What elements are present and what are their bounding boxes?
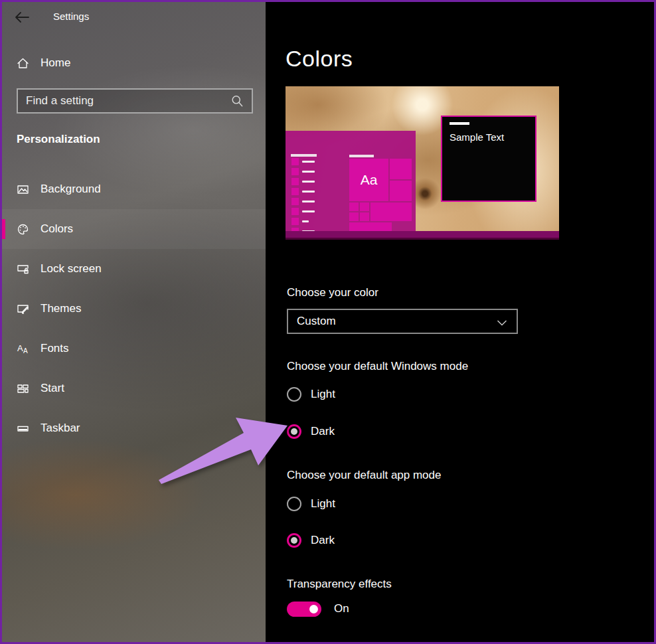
nav-label: Themes (41, 302, 81, 315)
sidebar: Settings Home Personalization Backgrou (2, 2, 266, 642)
back-arrow-icon (16, 13, 29, 22)
preview-dash (302, 181, 315, 183)
nav-label: Background (41, 183, 101, 196)
preview-dash (291, 154, 317, 157)
preview-tile (370, 202, 412, 221)
nav-label: Lock screen (41, 262, 102, 276)
start-icon (17, 382, 29, 395)
settings-window: Settings Home Personalization Backgrou (0, 0, 656, 644)
background-icon (17, 183, 29, 196)
app-mode-light[interactable]: Light (287, 494, 335, 514)
preview-sample-window: Sample Text (441, 116, 536, 202)
palette-icon (17, 223, 29, 236)
search-input[interactable] (18, 90, 229, 112)
preview-dash (302, 171, 315, 173)
radio-unselected-icon[interactable] (287, 387, 301, 402)
preview-taskbar (286, 231, 559, 240)
choose-color-label: Choose your color (287, 286, 378, 299)
preview-tile (390, 159, 412, 179)
app-mode-dark[interactable]: Dark (287, 530, 335, 550)
lock-screen-icon (17, 263, 29, 276)
preview-window-dash (450, 122, 469, 125)
preview-dash (302, 220, 309, 222)
theme-preview: Aa Sample Text (286, 86, 559, 240)
chevron-down-icon (497, 320, 507, 326)
preview-aa-tile: Aa (349, 159, 388, 201)
preview-tile (291, 188, 299, 195)
transparency-state: On (334, 602, 349, 615)
sidebar-item-home[interactable]: Home (2, 51, 266, 75)
sidebar-item-taskbar[interactable]: Taskbar (2, 408, 266, 448)
preview-dash (302, 191, 315, 193)
window-title: Settings (53, 11, 89, 22)
preview-tile (349, 212, 359, 221)
transparency-row: On (287, 600, 349, 617)
preview-tile (291, 168, 299, 175)
preview-tile (291, 178, 299, 185)
preview-tile (291, 158, 299, 165)
sidebar-item-start[interactable]: Start (2, 368, 266, 408)
nav-label: Fonts (41, 342, 69, 355)
preview-dash (302, 161, 315, 163)
app-mode-label: Choose your default app mode (287, 469, 442, 482)
preview-sample-text: Sample Text (450, 131, 504, 143)
nav-label: Taskbar (41, 422, 80, 435)
nav-label: Start (41, 382, 64, 395)
content-panel: Colors (266, 2, 654, 642)
preview-tile (360, 202, 369, 211)
preview-start-panel: Aa (286, 131, 416, 231)
preview-tile (360, 212, 369, 221)
home-label: Home (41, 56, 70, 70)
sidebar-nav: Background Colors Lock screen (2, 169, 266, 448)
color-dropdown-value: Custom (297, 315, 336, 328)
preview-tile (390, 181, 412, 201)
page-title: Colors (286, 46, 353, 72)
sidebar-item-background[interactable]: Background (2, 169, 266, 209)
back-button[interactable] (14, 10, 31, 25)
themes-icon (17, 303, 29, 315)
sidebar-item-themes[interactable]: Themes (2, 289, 266, 329)
fonts-icon: A A (17, 343, 29, 355)
section-heading: Personalization (17, 133, 100, 146)
sidebar-item-fonts[interactable]: A A Fonts (2, 329, 266, 368)
titlebar: Settings (2, 9, 266, 30)
home-icon (17, 57, 29, 70)
search-box (17, 88, 253, 114)
preview-tile (291, 208, 299, 215)
sidebar-item-colors[interactable]: Colors (2, 209, 266, 249)
preview-dash (302, 210, 315, 212)
windows-mode-light[interactable]: Light (287, 384, 335, 404)
radio-unselected-icon[interactable] (287, 497, 301, 511)
preview-dash (349, 155, 374, 157)
transparency-toggle[interactable] (287, 602, 321, 617)
radio-selected-icon[interactable] (287, 533, 301, 548)
preview-tile (291, 198, 299, 205)
nav-label: Colors (41, 222, 73, 236)
color-dropdown[interactable]: Custom (287, 309, 518, 334)
svg-text:A: A (17, 343, 23, 353)
preview-dash (302, 201, 315, 202)
windows-mode-dark[interactable]: Dark (287, 422, 335, 442)
svg-text:A: A (23, 347, 28, 355)
radio-selected-icon[interactable] (287, 424, 301, 439)
preview-tile (291, 218, 299, 225)
taskbar-icon (17, 422, 29, 435)
search-icon[interactable] (229, 94, 246, 108)
windows-mode-label: Choose your default Windows mode (287, 360, 468, 373)
sidebar-item-lock-screen[interactable]: Lock screen (2, 249, 266, 289)
transparency-label: Transparency effects (287, 578, 392, 591)
preview-tile (349, 202, 359, 211)
preview-tile (349, 222, 392, 231)
